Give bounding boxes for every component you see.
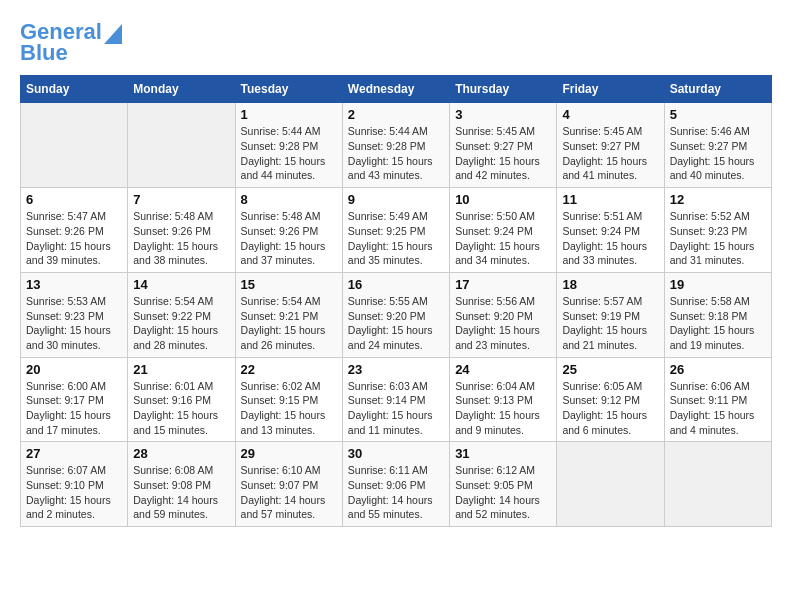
day-info: Sunrise: 5:50 AMSunset: 9:24 PMDaylight:… <box>455 209 551 268</box>
day-number: 5 <box>670 107 766 122</box>
day-number: 22 <box>241 362 337 377</box>
calendar-cell: 23Sunrise: 6:03 AMSunset: 9:14 PMDayligh… <box>342 357 449 442</box>
day-info: Sunrise: 6:02 AMSunset: 9:15 PMDaylight:… <box>241 379 337 438</box>
day-info: Sunrise: 5:48 AMSunset: 9:26 PMDaylight:… <box>133 209 229 268</box>
calendar-cell: 11Sunrise: 5:51 AMSunset: 9:24 PMDayligh… <box>557 188 664 273</box>
calendar-cell: 16Sunrise: 5:55 AMSunset: 9:20 PMDayligh… <box>342 272 449 357</box>
day-number: 15 <box>241 277 337 292</box>
day-number: 8 <box>241 192 337 207</box>
logo-icon <box>104 24 122 44</box>
calendar-row-4: 20Sunrise: 6:00 AMSunset: 9:17 PMDayligh… <box>21 357 772 442</box>
calendar-cell: 12Sunrise: 5:52 AMSunset: 9:23 PMDayligh… <box>664 188 771 273</box>
calendar-row-2: 6Sunrise: 5:47 AMSunset: 9:26 PMDaylight… <box>21 188 772 273</box>
day-info: Sunrise: 5:48 AMSunset: 9:26 PMDaylight:… <box>241 209 337 268</box>
day-info: Sunrise: 5:51 AMSunset: 9:24 PMDaylight:… <box>562 209 658 268</box>
day-number: 18 <box>562 277 658 292</box>
day-info: Sunrise: 6:08 AMSunset: 9:08 PMDaylight:… <box>133 463 229 522</box>
day-info: Sunrise: 5:58 AMSunset: 9:18 PMDaylight:… <box>670 294 766 353</box>
day-number: 23 <box>348 362 444 377</box>
calendar-cell: 3Sunrise: 5:45 AMSunset: 9:27 PMDaylight… <box>450 103 557 188</box>
day-info: Sunrise: 5:55 AMSunset: 9:20 PMDaylight:… <box>348 294 444 353</box>
calendar-header-row: SundayMondayTuesdayWednesdayThursdayFrid… <box>21 76 772 103</box>
calendar-cell: 7Sunrise: 5:48 AMSunset: 9:26 PMDaylight… <box>128 188 235 273</box>
calendar-cell: 22Sunrise: 6:02 AMSunset: 9:15 PMDayligh… <box>235 357 342 442</box>
day-number: 24 <box>455 362 551 377</box>
calendar-cell: 27Sunrise: 6:07 AMSunset: 9:10 PMDayligh… <box>21 442 128 527</box>
day-info: Sunrise: 6:01 AMSunset: 9:16 PMDaylight:… <box>133 379 229 438</box>
day-info: Sunrise: 5:49 AMSunset: 9:25 PMDaylight:… <box>348 209 444 268</box>
day-number: 16 <box>348 277 444 292</box>
calendar-cell: 18Sunrise: 5:57 AMSunset: 9:19 PMDayligh… <box>557 272 664 357</box>
day-info: Sunrise: 6:05 AMSunset: 9:12 PMDaylight:… <box>562 379 658 438</box>
calendar-cell: 28Sunrise: 6:08 AMSunset: 9:08 PMDayligh… <box>128 442 235 527</box>
day-info: Sunrise: 6:12 AMSunset: 9:05 PMDaylight:… <box>455 463 551 522</box>
day-info: Sunrise: 6:07 AMSunset: 9:10 PMDaylight:… <box>26 463 122 522</box>
logo: General Blue <box>20 20 122 65</box>
calendar-cell <box>557 442 664 527</box>
calendar-row-1: 1Sunrise: 5:44 AMSunset: 9:28 PMDaylight… <box>21 103 772 188</box>
col-header-sunday: Sunday <box>21 76 128 103</box>
day-info: Sunrise: 5:54 AMSunset: 9:21 PMDaylight:… <box>241 294 337 353</box>
day-info: Sunrise: 6:04 AMSunset: 9:13 PMDaylight:… <box>455 379 551 438</box>
logo-blue-text: Blue <box>20 41 68 65</box>
col-header-tuesday: Tuesday <box>235 76 342 103</box>
day-number: 17 <box>455 277 551 292</box>
day-number: 21 <box>133 362 229 377</box>
day-number: 19 <box>670 277 766 292</box>
day-info: Sunrise: 5:46 AMSunset: 9:27 PMDaylight:… <box>670 124 766 183</box>
day-number: 30 <box>348 446 444 461</box>
day-number: 7 <box>133 192 229 207</box>
calendar-cell: 8Sunrise: 5:48 AMSunset: 9:26 PMDaylight… <box>235 188 342 273</box>
day-info: Sunrise: 5:47 AMSunset: 9:26 PMDaylight:… <box>26 209 122 268</box>
day-number: 28 <box>133 446 229 461</box>
calendar-cell <box>128 103 235 188</box>
day-info: Sunrise: 6:00 AMSunset: 9:17 PMDaylight:… <box>26 379 122 438</box>
day-number: 26 <box>670 362 766 377</box>
day-info: Sunrise: 5:45 AMSunset: 9:27 PMDaylight:… <box>562 124 658 183</box>
calendar-cell: 20Sunrise: 6:00 AMSunset: 9:17 PMDayligh… <box>21 357 128 442</box>
calendar-cell: 9Sunrise: 5:49 AMSunset: 9:25 PMDaylight… <box>342 188 449 273</box>
calendar-cell: 14Sunrise: 5:54 AMSunset: 9:22 PMDayligh… <box>128 272 235 357</box>
calendar-row-5: 27Sunrise: 6:07 AMSunset: 9:10 PMDayligh… <box>21 442 772 527</box>
calendar-cell: 17Sunrise: 5:56 AMSunset: 9:20 PMDayligh… <box>450 272 557 357</box>
day-info: Sunrise: 5:44 AMSunset: 9:28 PMDaylight:… <box>241 124 337 183</box>
col-header-monday: Monday <box>128 76 235 103</box>
calendar-cell: 6Sunrise: 5:47 AMSunset: 9:26 PMDaylight… <box>21 188 128 273</box>
day-number: 6 <box>26 192 122 207</box>
calendar-cell: 24Sunrise: 6:04 AMSunset: 9:13 PMDayligh… <box>450 357 557 442</box>
day-number: 20 <box>26 362 122 377</box>
calendar-cell: 13Sunrise: 5:53 AMSunset: 9:23 PMDayligh… <box>21 272 128 357</box>
day-info: Sunrise: 5:53 AMSunset: 9:23 PMDaylight:… <box>26 294 122 353</box>
day-number: 1 <box>241 107 337 122</box>
calendar-cell: 30Sunrise: 6:11 AMSunset: 9:06 PMDayligh… <box>342 442 449 527</box>
day-number: 29 <box>241 446 337 461</box>
calendar-cell: 2Sunrise: 5:44 AMSunset: 9:28 PMDaylight… <box>342 103 449 188</box>
col-header-saturday: Saturday <box>664 76 771 103</box>
calendar-cell <box>21 103 128 188</box>
day-info: Sunrise: 5:52 AMSunset: 9:23 PMDaylight:… <box>670 209 766 268</box>
calendar-cell: 5Sunrise: 5:46 AMSunset: 9:27 PMDaylight… <box>664 103 771 188</box>
calendar-cell: 29Sunrise: 6:10 AMSunset: 9:07 PMDayligh… <box>235 442 342 527</box>
calendar-cell: 19Sunrise: 5:58 AMSunset: 9:18 PMDayligh… <box>664 272 771 357</box>
calendar-cell <box>664 442 771 527</box>
calendar-row-3: 13Sunrise: 5:53 AMSunset: 9:23 PMDayligh… <box>21 272 772 357</box>
calendar-cell: 4Sunrise: 5:45 AMSunset: 9:27 PMDaylight… <box>557 103 664 188</box>
calendar-cell: 31Sunrise: 6:12 AMSunset: 9:05 PMDayligh… <box>450 442 557 527</box>
day-number: 9 <box>348 192 444 207</box>
day-number: 14 <box>133 277 229 292</box>
day-info: Sunrise: 5:44 AMSunset: 9:28 PMDaylight:… <box>348 124 444 183</box>
day-info: Sunrise: 5:56 AMSunset: 9:20 PMDaylight:… <box>455 294 551 353</box>
col-header-thursday: Thursday <box>450 76 557 103</box>
calendar-cell: 1Sunrise: 5:44 AMSunset: 9:28 PMDaylight… <box>235 103 342 188</box>
svg-marker-0 <box>104 24 122 44</box>
calendar-cell: 15Sunrise: 5:54 AMSunset: 9:21 PMDayligh… <box>235 272 342 357</box>
calendar-table: SundayMondayTuesdayWednesdayThursdayFrid… <box>20 75 772 527</box>
calendar-cell: 10Sunrise: 5:50 AMSunset: 9:24 PMDayligh… <box>450 188 557 273</box>
day-number: 10 <box>455 192 551 207</box>
day-number: 13 <box>26 277 122 292</box>
page-header: General Blue <box>20 20 772 65</box>
col-header-wednesday: Wednesday <box>342 76 449 103</box>
day-number: 27 <box>26 446 122 461</box>
day-number: 3 <box>455 107 551 122</box>
calendar-cell: 26Sunrise: 6:06 AMSunset: 9:11 PMDayligh… <box>664 357 771 442</box>
